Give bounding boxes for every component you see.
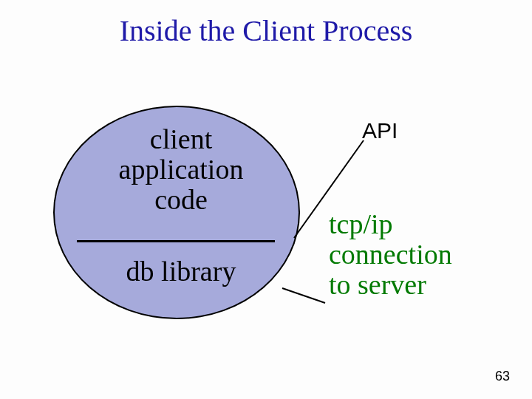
tcpip-pointer-line — [282, 288, 325, 303]
client-application-code-label: clientapplicationcode — [103, 124, 259, 215]
ellipse-divider-line — [77, 240, 275, 242]
slide-title: Inside the Client Process — [0, 13, 532, 48]
db-library-label: db library — [103, 255, 259, 287]
page-number: 63 — [495, 369, 510, 384]
api-annotation: API — [362, 118, 398, 143]
tcpip-annotation: tcp/ipconnectionto server — [329, 209, 499, 300]
